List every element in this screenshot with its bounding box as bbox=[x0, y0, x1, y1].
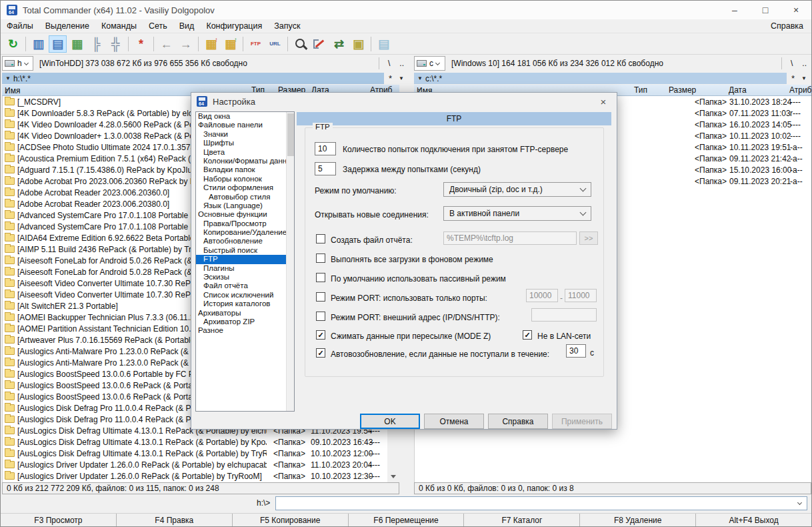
file-row[interactable]: [AusLogics Disk Defrag Ultimate 4.13.0.1… bbox=[3, 436, 387, 448]
settings-tree-item-Язык (Language)[interactable]: Язык (Language) bbox=[196, 201, 294, 210]
file-row[interactable]: [AusLogics Disk Defrag Ultimate 4.13.0.1… bbox=[3, 448, 387, 459]
menu-item-Файлы[interactable]: Файлы bbox=[1, 20, 39, 32]
left-root-button[interactable]: \ bbox=[383, 58, 395, 69]
right-history-button[interactable]: ▼ bbox=[799, 75, 809, 81]
column-size[interactable]: Размер bbox=[669, 85, 696, 95]
file-row[interactable]: [Auslogics Driver Updater 1.26.0.0 RePac… bbox=[3, 459, 387, 470]
maximize-button[interactable]: □ bbox=[750, 1, 781, 19]
column-type[interactable]: Тип bbox=[634, 85, 647, 95]
sync-dirs-icon[interactable]: ⇄ bbox=[330, 35, 348, 53]
menu-item-Выделение[interactable]: Выделение bbox=[39, 20, 95, 32]
menu-item-help[interactable]: Справка bbox=[763, 20, 811, 32]
not-in-lan-checkbox[interactable]: ✓ bbox=[523, 330, 532, 340]
forward-icon[interactable]: → bbox=[177, 35, 195, 53]
menu-item-Вид[interactable]: Вид bbox=[173, 20, 201, 32]
fkey-button-F8[interactable]: F8 Удаление bbox=[580, 514, 696, 526]
brief-view-icon[interactable]: ▥ bbox=[29, 35, 47, 53]
left-up-button[interactable]: .. bbox=[395, 58, 409, 69]
log-file-checkbox[interactable] bbox=[316, 234, 325, 243]
unpack-icon[interactable]: ▦↑ bbox=[221, 35, 239, 53]
delay-input[interactable]: 5 bbox=[315, 162, 336, 175]
fkey-button-F6[interactable]: F6 Перемещение bbox=[349, 514, 465, 526]
cancel-button[interactable]: Отмена bbox=[424, 414, 484, 429]
background-downloads-checkbox[interactable] bbox=[316, 253, 325, 263]
thumbnails-view-icon[interactable]: ▦ bbox=[68, 35, 86, 53]
right-up-button[interactable]: .. bbox=[797, 58, 811, 69]
full-view-icon[interactable]: ▤ bbox=[49, 35, 67, 53]
retry-count-input[interactable]: 10 bbox=[315, 142, 336, 155]
tree-view-icon[interactable]: ╠ bbox=[87, 35, 105, 53]
settings-tree-item-Правка/Просмотр[interactable]: Правка/Просмотр bbox=[196, 219, 294, 228]
menu-item-Сеть[interactable]: Сеть bbox=[143, 20, 173, 32]
right-root-button[interactable]: \ bbox=[786, 58, 797, 69]
chevron-down-icon[interactable] bbox=[797, 500, 802, 505]
menu-item-Команды[interactable]: Команды bbox=[95, 20, 143, 32]
fkey-button-F5[interactable]: F5 Копирование bbox=[233, 514, 349, 526]
settings-tree-item-История каталогов[interactable]: История каталогов bbox=[196, 300, 294, 308]
column-date[interactable]: Дата bbox=[729, 85, 747, 95]
multi-rename-icon[interactable] bbox=[311, 35, 329, 53]
log-file-browse-button[interactable]: >> bbox=[579, 231, 598, 245]
minimize-button[interactable]: – bbox=[719, 1, 750, 19]
settings-tree-item-Архиваторы[interactable]: Архиваторы bbox=[196, 309, 294, 318]
settings-tree-item-Основные функции[interactable]: Основные функции bbox=[196, 210, 294, 219]
right-path-bar[interactable]: ▼ c:\*.* bbox=[414, 73, 787, 84]
settings-tree-item-Эскизы[interactable]: Эскизы bbox=[196, 273, 294, 282]
search-icon[interactable] bbox=[291, 35, 309, 53]
log-file-path-input[interactable]: %TEMP%\tcftp.log bbox=[443, 231, 577, 245]
default-mode-select[interactable]: Двоичный (zip, doc и т.д.) bbox=[443, 182, 591, 197]
external-address-input[interactable] bbox=[531, 308, 597, 322]
close-button[interactable]: × bbox=[781, 1, 811, 19]
settings-tree-item-Архиватор ZIP[interactable]: Архиватор ZIP bbox=[196, 318, 294, 326]
command-input[interactable] bbox=[275, 496, 807, 510]
auto-resume-seconds-input[interactable]: 30 bbox=[566, 344, 586, 358]
open-connections-select[interactable]: В активной панели bbox=[443, 206, 591, 221]
copy-info-icon[interactable]: ▣ bbox=[349, 35, 367, 53]
column-attr[interactable]: Атриб bbox=[789, 85, 812, 95]
auto-resume-checkbox[interactable]: ✓ bbox=[316, 348, 325, 358]
settings-tree-item-FTP[interactable]: FTP bbox=[196, 255, 294, 264]
left-path-bar[interactable]: ▼ h:\*.* bbox=[2, 73, 384, 84]
settings-tree-item-Плагины[interactable]: Плагины bbox=[196, 264, 294, 273]
settings-tree-item-Значки[interactable]: Значки bbox=[196, 130, 294, 139]
settings-tree-item-Список исключений[interactable]: Список исключений bbox=[196, 291, 294, 300]
ftp-url-icon[interactable]: URL bbox=[266, 35, 284, 53]
settings-tree-item-Вкладки папок[interactable]: Вкладки папок bbox=[196, 165, 294, 174]
settings-tree-item-Наборы колонок[interactable]: Наборы колонок bbox=[196, 175, 294, 183]
mode-z-checkbox[interactable]: ✓ bbox=[316, 330, 325, 340]
settings-tree-item-Вид окна[interactable]: Вид окна bbox=[196, 112, 294, 121]
pack-icon[interactable]: ▦↑ bbox=[202, 35, 220, 53]
help-button[interactable]: Справка bbox=[488, 414, 548, 429]
left-favorites-button[interactable]: * bbox=[386, 73, 395, 83]
settings-tree-item-Шрифты[interactable]: Шрифты bbox=[196, 139, 294, 147]
fkey-button-F7[interactable]: F7 Каталог bbox=[464, 514, 580, 526]
back-icon[interactable]: ← bbox=[157, 35, 175, 53]
apply-button[interactable]: Применить bbox=[552, 414, 612, 429]
external-address-checkbox[interactable] bbox=[316, 312, 325, 321]
fkey-button-Alt+F4[interactable]: Alt+F4 Выход bbox=[696, 514, 811, 526]
notepad-icon[interactable]: ▤ bbox=[375, 35, 393, 53]
settings-tree-item-Быстрый поиск[interactable]: Быстрый поиск bbox=[196, 246, 294, 255]
settings-tree-item-Стили оформления[interactable]: Стили оформления bbox=[196, 183, 294, 192]
scrollbar-thumb[interactable] bbox=[287, 113, 294, 156]
settings-tree-item-Копирование/Удаление[interactable]: Копирование/Удаление bbox=[196, 228, 294, 237]
settings-tree-item-Автовыбор стиля[interactable]: Автовыбор стиля bbox=[196, 193, 294, 201]
port-to-input[interactable]: 11000 bbox=[565, 289, 597, 302]
branch-view-icon[interactable]: ╬ bbox=[107, 35, 125, 53]
right-drive-selector[interactable]: c bbox=[414, 56, 445, 71]
right-favorites-button[interactable]: * bbox=[789, 73, 797, 83]
fkey-button-F3[interactable]: F3 Просмотр bbox=[1, 514, 117, 526]
menu-item-Запуск[interactable]: Запуск bbox=[268, 20, 306, 32]
port-from-input[interactable]: 10000 bbox=[526, 289, 558, 302]
settings-tree-item-Файл отчёта[interactable]: Файл отчёта bbox=[196, 282, 294, 290]
refresh-icon[interactable]: ↻ bbox=[4, 35, 22, 53]
ftp-connect-icon[interactable]: FTP bbox=[247, 35, 265, 53]
passive-mode-checkbox[interactable] bbox=[316, 273, 325, 282]
menu-item-Конфигурация[interactable]: Конфигурация bbox=[200, 20, 268, 32]
settings-tree-item-Файловые панели[interactable]: Файловые панели bbox=[196, 121, 294, 129]
left-drive-selector[interactable]: h bbox=[2, 56, 33, 71]
fkey-button-F4[interactable]: F4 Правка bbox=[117, 514, 233, 526]
settings-tree-item-Колонки/Форматы данных[interactable]: Колонки/Форматы данных bbox=[196, 157, 294, 165]
port-range-checkbox[interactable] bbox=[316, 292, 325, 302]
settings-tree-item-Разное[interactable]: Разное bbox=[196, 326, 294, 335]
